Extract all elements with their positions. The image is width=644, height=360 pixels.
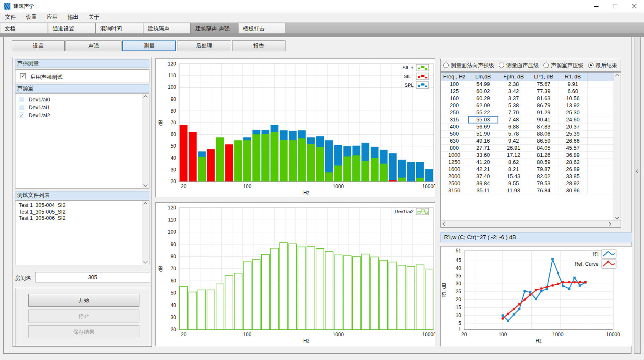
sub-tab-4[interactable]: 报告 [232,40,285,51]
svg-text:110: 110 [168,73,176,78]
svg-text:5: 5 [458,320,461,326]
table-cell [588,173,614,180]
svg-text:20: 20 [456,297,462,302]
table-cell [588,159,614,166]
table-row[interactable]: 250039.849.5579.5328.92 [441,180,614,187]
enable-intensity-label: 启用声强测试 [30,73,63,81]
table-cell [588,102,614,109]
start-button[interactable]: 开始 [28,294,139,307]
table-cell: 800 [441,145,468,152]
result-view-radio-group: 测量面法向声强级测量面声压级声源室声压级最后结果 [440,59,621,72]
radio-circle[interactable] [499,63,504,68]
table-cell [588,116,614,123]
table-row[interactable]: 63049.169.4286.5926.66 [441,138,614,145]
radio-circle[interactable] [443,63,449,68]
main-tab[interactable]: 建筑隔声-声强 [191,23,238,34]
room-name-input[interactable]: 305 [35,272,150,282]
close-button[interactable] [625,0,644,13]
file-list-item[interactable]: Test 1_305-004_SI2 [15,202,149,209]
radio-option[interactable]: 测量面声压级 [499,62,539,69]
table-cell [588,166,614,173]
main-tab[interactable]: 建筑隔声 [144,23,191,34]
channel-checkbox[interactable] [19,105,24,110]
file-list-item[interactable]: Test 1_305-006_SI2 [15,215,149,222]
file-list-scrollbar[interactable] [142,201,149,265]
radio-circle[interactable] [543,63,549,68]
table-row[interactable]: 315035.1111.9376.8430.96 [441,187,614,194]
table-cell: 87.83 [529,123,558,131]
main-tab[interactable]: 文档 [0,23,48,34]
main-tab[interactable]: 楼板打击 [239,23,286,34]
maximize-button[interactable] [606,0,625,13]
sub-tab-0[interactable]: 设置 [12,40,65,51]
window-title: 建筑声学 [13,3,34,10]
menu-item[interactable]: 设置 [21,13,42,22]
table-cell: 11.93 [498,187,529,194]
table-cell [588,95,614,102]
table-horizontal-scrollbar[interactable] [441,220,621,227]
radio-circle[interactable] [588,63,593,68]
channel-checkbox[interactable] [19,97,24,102]
section-title-file-list: 测试文件列表 [15,191,149,199]
table-row[interactable]: 100033.6017.1281.2636.89 [441,152,614,159]
radio-option[interactable]: 最后结果 [588,62,617,69]
table-row[interactable]: 200037.4015.4382.0233.85 [441,173,614,180]
table-row[interactable]: 50051.905.7888.0625.39 [441,131,614,138]
table-row[interactable]: 20062.095.3886.7913.92 [441,102,614,109]
table-cell: 25.30 [558,109,588,116]
svg-text:50: 50 [171,143,177,149]
table-row[interactable]: 10054.992.3875.679.91 [441,81,614,88]
table-row[interactable]: 80027.7126.9184.0545.57 [441,145,614,152]
file-list-item[interactable]: Test 1_305-005_SI2 [15,209,149,216]
sub-tab-2[interactable]: 测量 [122,40,176,51]
menu-item[interactable]: 输出 [63,13,83,22]
radio-option[interactable]: 声源室声压级 [543,62,583,69]
table-header-cell: LIn,dB [468,73,498,81]
app-logo-icon [4,3,10,10]
table-row[interactable]: 12560.023.4277.396.60 [441,88,614,95]
table-cell: 28.92 [558,180,588,187]
table-cell: 33.85 [558,173,588,180]
channel-list-scrollbar[interactable] [142,94,149,188]
channel-list-item[interactable]: Dev1/ai2 [15,111,149,119]
svg-text:10000: 10000 [422,184,435,189]
save-result-button[interactable]: 保存结果 [28,325,139,338]
sub-tab-1[interactable]: 声强 [66,40,121,51]
channel-list-item[interactable]: Dev1/ai0 [15,96,149,103]
svg-text:70: 70 [171,120,177,126]
menu-item[interactable]: 应用 [42,13,63,22]
intensity-spectrum-chart: 120110100908070605040302020100100010000H… [155,58,435,197]
table-row[interactable]: 40056.696.8887.8320.37 [441,123,614,131]
table-row[interactable]: 31555.037.4890.4124.60 [441,116,614,123]
svg-text:R'I, dB: R'I, dB [441,283,447,298]
table-cell: 60.29 [468,95,498,102]
enable-intensity-checkbox[interactable] [20,73,26,79]
menu-item[interactable]: 文件 [0,13,21,22]
table-cell: 6.88 [498,123,529,131]
main-tab[interactable]: 通道设置 [48,23,96,34]
table-cell [588,88,614,95]
main-tab[interactable]: 混响时间 [96,23,143,34]
table-cell: 84.05 [529,145,558,152]
stop-button[interactable]: 停止 [28,310,139,322]
table-cell: 62.09 [468,102,498,109]
svg-text:70: 70 [171,266,177,272]
table-row[interactable]: 125041.208.6280.5928.62 [441,159,614,166]
table-row[interactable]: 160042.218.2179.8726.89 [441,166,614,173]
minimize-button[interactable] [586,0,606,13]
table-cell: 55.22 [468,109,498,116]
table-row[interactable]: 25055.227.7091.2925.30 [441,109,614,116]
radio-option[interactable]: 测量面法向声强级 [443,62,494,69]
sub-tab-3[interactable]: 后处理 [177,40,231,51]
channel-checkbox[interactable] [19,113,24,118]
svg-text:Dev1/ai2: Dev1/ai2 [395,209,414,214]
table-cell: 26.89 [558,166,588,173]
table-row[interactable]: 16060.293.3781.6310.56 [441,95,614,102]
panel-collapse-handle[interactable] [634,37,641,354]
menu-item[interactable]: 关于 [83,13,104,22]
svg-text:30: 30 [171,315,177,320]
table-vertical-scrollbar[interactable] [614,73,621,221]
svg-text:45: 45 [456,257,462,263]
channel-list-item[interactable]: Dev1/ai1 [15,103,149,111]
app-window: 建筑声学 文件设置应用输出关于 文档通道设置混响时间建筑隔声建筑隔声-声强楼板打… [0,0,644,360]
